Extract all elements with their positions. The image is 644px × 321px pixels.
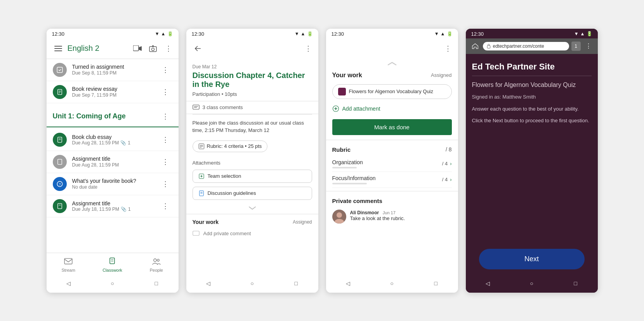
section-header: Unit 1: Coming of Age ⋮: [47, 103, 179, 127]
browser-home-btn[interactable]: [470, 41, 481, 52]
back-btn-1[interactable]: ◁: [63, 278, 74, 289]
book-review-title: Book review essay: [72, 86, 153, 92]
more-button-1[interactable]: ⋮: [161, 42, 175, 56]
wifi-icon-2: ▼: [295, 31, 299, 36]
svg-rect-3: [133, 45, 139, 51]
book-club-meta: Due Aug 28, 11:59 PM 📎1: [72, 140, 153, 146]
assigned-badge-2: Assigned: [293, 219, 312, 225]
back-btn-2[interactable]: ◁: [203, 278, 214, 289]
wifi-icon-3: ▼: [434, 31, 439, 36]
favorite-book-more[interactable]: ⋮: [158, 177, 172, 191]
app-bar-2: ⋮: [186, 38, 318, 59]
quiz-chip[interactable]: Flowers for Algernon Vocabulary Quiz: [332, 84, 452, 99]
recents-btn-4[interactable]: □: [570, 278, 581, 289]
recents-btn-2[interactable]: □: [291, 278, 302, 289]
list-item-turned-in[interactable]: Turned in assignment Due Sep 8, 11:59 PM…: [47, 59, 179, 81]
svg-rect-2: [54, 50, 62, 51]
turned-in-more[interactable]: ⋮: [158, 63, 172, 77]
commenter-avatar: [332, 210, 346, 224]
work-header: Your work Assigned: [332, 69, 452, 82]
more-btn-3[interactable]: ⋮: [441, 42, 455, 56]
list-item-assignment-1[interactable]: Assignment title Due Aug 28, 11:59 PM ⋮: [47, 151, 179, 173]
nav-people-label: People: [150, 268, 163, 272]
home-btn-2[interactable]: ○: [246, 278, 257, 289]
svg-point-44: [337, 212, 342, 218]
nav-classwork[interactable]: Classwork: [90, 255, 134, 274]
private-comments-section: Private comments Ali Dinsmoor Jun 17 Tak…: [326, 191, 458, 229]
list-item-favorite-book[interactable]: ? What's your favorite book? No due date…: [47, 173, 179, 195]
add-comment-row[interactable]: Add private comment: [186, 227, 318, 241]
next-button[interactable]: Next: [479, 249, 585, 269]
status-bar-1: 12:30 ▼ ▲ 🔋: [47, 29, 179, 38]
rubric-item-organization[interactable]: Organization / 4 ›: [332, 156, 452, 172]
address-text: edtechpartner.com/conte: [493, 43, 565, 49]
rubric-score-bar-focus: [332, 183, 367, 184]
camera-button[interactable]: [146, 42, 160, 56]
attachment-team-selection[interactable]: Team selection: [193, 170, 312, 183]
back-arrow-btn[interactable]: [191, 42, 205, 56]
people-icon: [152, 257, 161, 267]
add-attachment-btn[interactable]: Add attachment: [332, 101, 452, 116]
attachment-discussion[interactable]: Discussion guidelines: [193, 187, 312, 200]
favorite-book-subtitle: No due date: [72, 184, 153, 190]
status-text: Assigned: [431, 72, 451, 78]
address-bar[interactable]: edtechpartner.com/conte: [483, 42, 569, 50]
back-btn-4[interactable]: ◁: [482, 278, 493, 289]
home-btn-1[interactable]: ○: [107, 278, 118, 289]
assignment-title: Discussion Chapter 4, Catcher in the Rye: [186, 71, 318, 91]
browser-more-btn[interactable]: ⋮: [583, 41, 594, 52]
home-btn-4[interactable]: ○: [526, 278, 537, 289]
tab-count-btn[interactable]: 1: [571, 42, 581, 51]
list-item-book-review[interactable]: Book review essay Due Sep 7, 11:59 PM ⋮: [47, 81, 179, 103]
back-btn-3[interactable]: ◁: [342, 278, 353, 289]
screen3-phone: 12:30 ▼ ▲ 🔋 ⋮ Your work Assigned Flow: [326, 29, 458, 293]
rubric-section: Rubric / 8 Organization / 4 › Focus/In: [326, 140, 458, 191]
assignment-2-more[interactable]: ⋮: [158, 199, 172, 213]
menu-button[interactable]: [51, 42, 65, 56]
book-club-more[interactable]: ⋮: [158, 133, 172, 147]
recents-btn-1[interactable]: □: [151, 278, 162, 289]
video-button[interactable]: [130, 42, 144, 56]
svg-rect-39: [193, 231, 199, 235]
svg-rect-21: [110, 258, 115, 264]
section-more[interactable]: ⋮: [158, 109, 172, 123]
nav-people[interactable]: People: [134, 255, 178, 274]
turned-in-text: Turned in assignment Due Sep 8, 11:59 PM: [72, 64, 153, 76]
rubric-item-focus[interactable]: Focus/Information / 4 ›: [332, 172, 452, 188]
book-club-text: Book club essay Due Aug 28, 11:59 PM 📎1: [72, 134, 153, 146]
list-item-book-club[interactable]: Book club essay Due Aug 28, 11:59 PM 📎1 …: [47, 129, 179, 151]
home-btn-3[interactable]: ○: [386, 278, 397, 289]
app-bar-1: English 2 ⋮: [47, 38, 179, 59]
svg-rect-18: [57, 203, 62, 208]
assignment-2-title: Assignment title: [72, 200, 153, 206]
tab-count: 1: [575, 43, 577, 49]
rubric-title: Rubric: [332, 146, 351, 153]
signal-icon: ▲: [161, 31, 166, 36]
your-work-bar-2: Your work Assigned: [186, 214, 318, 227]
app-bar-actions: ⋮: [130, 42, 175, 56]
turned-in-title: Turned in assignment: [72, 64, 153, 70]
book-review-more[interactable]: ⋮: [158, 85, 172, 99]
screen4-phone: 12:30 ▼ ▲ 🔋 edtechpartner.com/conte 1 ⋮ …: [466, 29, 598, 293]
recents-btn-3[interactable]: □: [430, 278, 441, 289]
list-item-assignment-2[interactable]: Assignment title Due July 18, 11:59 PM 📎…: [47, 195, 179, 217]
chevron-right-org: ›: [450, 161, 451, 167]
svg-text:?: ?: [59, 182, 61, 186]
scroll-up-indicator: [326, 59, 458, 69]
system-nav-2: ◁ ○ □: [186, 275, 318, 293]
mark-done-button[interactable]: Mark as done: [332, 119, 452, 135]
time-2: 12:30: [192, 31, 205, 37]
status-bar-4: 12:30 ▼ ▲ 🔋: [466, 29, 598, 38]
edtech-divider: [472, 76, 592, 76]
signal-icon-2: ▲: [301, 31, 306, 36]
rubric-chip[interactable]: Rubric: 4 criteria • 25 pts: [193, 141, 268, 152]
assignment-1-more[interactable]: ⋮: [158, 155, 172, 169]
attachments-label: Attachments: [186, 157, 318, 168]
edtech-instructions-2: Click the Next button to proceed to the …: [472, 117, 592, 125]
more-btn-2[interactable]: ⋮: [301, 42, 315, 56]
phone-content-2: Due Mar 12 Discussion Chapter 4, Catcher…: [186, 59, 318, 275]
book-review-subtitle: Due Sep 7, 11:59 PM: [72, 92, 153, 98]
your-work-label-2: Your work: [193, 219, 219, 225]
nav-stream[interactable]: Stream: [47, 255, 90, 274]
book-club-title: Book club essay: [72, 134, 153, 140]
